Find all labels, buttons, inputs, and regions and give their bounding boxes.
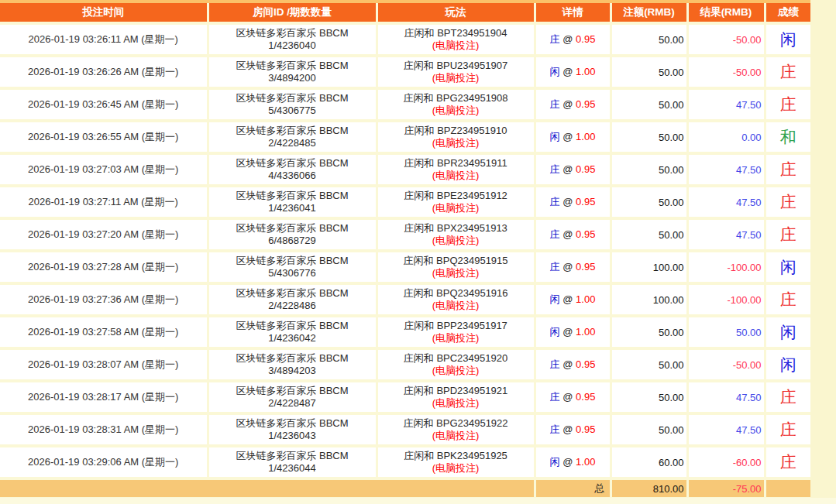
- room-period: 3/4894200: [212, 72, 373, 84]
- play-type-cell: 庄闲和 BPE234951912 (电脑投注): [377, 186, 535, 218]
- total-label: 总: [535, 478, 611, 499]
- bet-result-cell: 47.50: [687, 88, 765, 121]
- play-name: 庄闲和 BPR234951911: [380, 157, 532, 170]
- at-symbol: @: [562, 228, 573, 240]
- room-name: 区块链多彩百家乐 BBCM: [212, 157, 373, 170]
- play-name: 庄闲和 BPK234951925: [380, 450, 532, 462]
- bet-detail-cell: 闲 @ 1.00: [535, 316, 611, 348]
- play-mode: (电脑投注): [380, 267, 532, 279]
- bet-amount-cell: 50.00: [611, 153, 687, 186]
- bet-rate: 0.95: [576, 261, 595, 273]
- room-id-cell: 区块链多彩百家乐 BBCM 5/4306775: [208, 88, 377, 121]
- play-type-cell: 庄闲和 BPK234951925 (电脑投注): [377, 446, 535, 478]
- bet-pick: 庄: [550, 261, 560, 273]
- bet-time-cell: 2026-01-19 03:29:06 AM (星期一): [0, 446, 208, 478]
- room-period: 1/4236040: [212, 39, 373, 52]
- table-row: 2026-01-19 03:27:20 AM (星期一) 区块链多彩百家乐 BB…: [0, 218, 810, 251]
- bet-time-cell: 2026-01-19 03:26:26 AM (星期一): [0, 56, 208, 88]
- outcome-cell: 庄: [765, 186, 810, 218]
- play-name: 庄闲和 BPC234951920: [380, 352, 532, 365]
- room-id-cell: 区块链多彩百家乐 BBCM 2/4228485: [208, 121, 377, 153]
- bet-pick: 庄: [550, 163, 560, 175]
- at-symbol: @: [562, 163, 573, 175]
- play-mode: (电脑投注): [380, 235, 532, 247]
- play-name: 庄闲和 BPT234951904: [380, 27, 532, 39]
- play-name: 庄闲和 BPG234951922: [380, 417, 532, 430]
- play-type-cell: 庄闲和 BPD234951921 (电脑投注): [377, 381, 535, 413]
- column-header-play-type: 玩法: [377, 3, 535, 23]
- bet-time-cell: 2026-01-19 03:27:11 AM (星期一): [0, 186, 208, 218]
- bet-time-cell: 2026-01-19 03:28:07 AM (星期一): [0, 348, 208, 381]
- bet-detail-cell: 庄 @ 0.95: [535, 23, 611, 56]
- column-header-detail: 详情: [535, 3, 611, 23]
- bet-pick: 庄: [550, 98, 560, 110]
- room-name: 区块链多彩百家乐 BBCM: [212, 385, 373, 397]
- play-type-cell: 庄闲和 BPQ234951915 (电脑投注): [377, 251, 535, 283]
- bet-result-cell: 47.50: [687, 186, 765, 218]
- table-header-row: 投注时间 房间ID /期数数量 玩法 详情 注额(RMB) 结果(RMB) 成绩: [0, 3, 810, 23]
- room-name: 区块链多彩百家乐 BBCM: [212, 417, 373, 430]
- table-body: 2026-01-19 03:26:11 AM (星期一) 区块链多彩百家乐 BB…: [0, 23, 810, 478]
- room-period: 2/4228486: [212, 300, 373, 312]
- bet-time-cell: 2026-01-19 03:27:20 AM (星期一): [0, 218, 208, 251]
- bet-result-cell: -60.00: [687, 446, 765, 478]
- column-header-room-id: 房间ID /期数数量: [208, 3, 377, 23]
- play-mode: (电脑投注): [380, 105, 532, 117]
- bet-pick: 庄: [550, 228, 560, 240]
- column-header-bet-amount: 注额(RMB): [611, 3, 687, 23]
- table-row: 2026-01-19 03:26:55 AM (星期一) 区块链多彩百家乐 BB…: [0, 121, 810, 153]
- bet-rate: 1.00: [576, 326, 595, 338]
- room-name: 区块链多彩百家乐 BBCM: [212, 190, 373, 202]
- room-period: 1/4236042: [212, 332, 373, 345]
- bet-pick: 闲: [550, 293, 560, 305]
- bet-rate: 0.95: [576, 423, 595, 435]
- total-result: -75.00: [687, 478, 765, 499]
- outcome-cell: 闲: [765, 23, 810, 56]
- bet-amount-cell: 50.00: [611, 218, 687, 251]
- bet-result-cell: 50.00: [687, 316, 765, 348]
- outcome-cell: 和: [765, 121, 810, 153]
- room-id-cell: 区块链多彩百家乐 BBCM 1/4236041: [208, 186, 377, 218]
- room-name: 区块链多彩百家乐 BBCM: [212, 27, 373, 39]
- bet-detail-cell: 庄 @ 0.95: [535, 186, 611, 218]
- bet-amount-cell: 50.00: [611, 186, 687, 218]
- bet-detail-cell: 庄 @ 0.95: [535, 88, 611, 121]
- play-type-cell: 庄闲和 BPP234951917 (电脑投注): [377, 316, 535, 348]
- bet-rate: 0.95: [576, 163, 595, 175]
- bottom-strip: [0, 498, 836, 504]
- at-symbol: @: [562, 423, 573, 435]
- play-mode: (电脑投注): [380, 137, 532, 149]
- bet-detail-cell: 庄 @ 0.95: [535, 381, 611, 413]
- room-period: 2/4228487: [212, 397, 373, 410]
- total-row-spacer: [0, 478, 535, 499]
- at-symbol: @: [562, 293, 573, 305]
- column-header-result: 结果(RMB): [687, 3, 765, 23]
- room-period: 1/4236044: [212, 462, 373, 475]
- outcome-cell: 庄: [765, 413, 810, 446]
- table-row: 2026-01-19 03:29:06 AM (星期一) 区块链多彩百家乐 BB…: [0, 446, 810, 478]
- play-mode: (电脑投注): [380, 202, 532, 214]
- bet-result-cell: 47.50: [687, 218, 765, 251]
- bet-result-cell: -100.00: [687, 283, 765, 316]
- bet-amount-cell: 50.00: [611, 121, 687, 153]
- room-id-cell: 区块链多彩百家乐 BBCM 1/4236042: [208, 316, 377, 348]
- play-mode: (电脑投注): [380, 332, 532, 345]
- bet-result-cell: 47.50: [687, 381, 765, 413]
- at-symbol: @: [562, 456, 573, 468]
- outcome-cell: 闲: [765, 348, 810, 381]
- bet-rate: 0.95: [576, 98, 595, 110]
- bet-detail-cell: 闲 @ 1.00: [535, 283, 611, 316]
- bet-amount-cell: 50.00: [611, 413, 687, 446]
- table-row: 2026-01-19 03:27:11 AM (星期一) 区块链多彩百家乐 BB…: [0, 186, 810, 218]
- room-id-cell: 区块链多彩百家乐 BBCM 1/4236043: [208, 413, 377, 446]
- total-outcome-empty: [765, 478, 810, 499]
- bet-rate: 1.00: [576, 293, 595, 305]
- bet-pick: 闲: [550, 326, 560, 338]
- room-period: 1/4236043: [212, 430, 373, 442]
- room-id-cell: 区块链多彩百家乐 BBCM 4/4336066: [208, 153, 377, 186]
- at-symbol: @: [562, 33, 573, 45]
- total-bet-amount: 810.00: [611, 478, 687, 499]
- room-period: 4/4336066: [212, 170, 373, 182]
- room-name: 区块链多彩百家乐 BBCM: [212, 222, 373, 235]
- table-row: 2026-01-19 03:27:03 AM (星期一) 区块链多彩百家乐 BB…: [0, 153, 810, 186]
